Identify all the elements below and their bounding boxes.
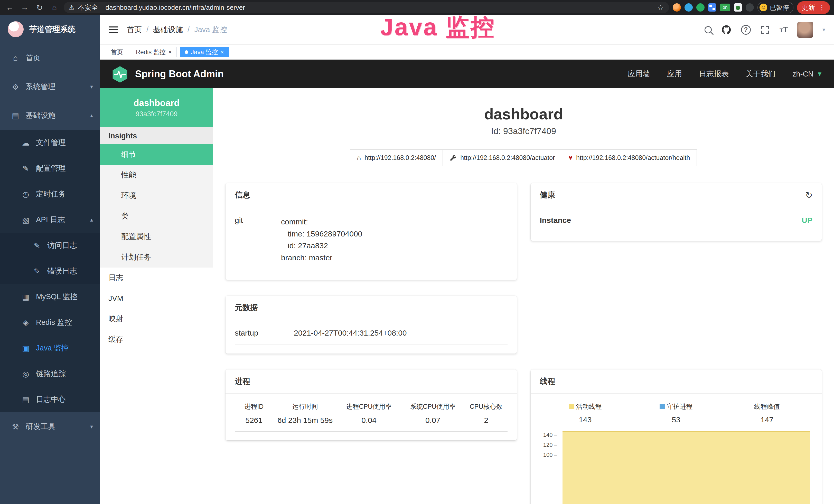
sidebar-item-trace[interactable]: ◎ 链路追踪 xyxy=(0,361,100,387)
security-label[interactable]: 不安全 xyxy=(78,3,98,12)
sidebar-item-jobs[interactable]: ◷ 定时任务 xyxy=(0,181,100,207)
info-card: 信息 git commit: time: 1596289704000 id: 2… xyxy=(225,183,517,280)
extension-icon-fox[interactable] xyxy=(673,3,681,12)
breadcrumb-home[interactable]: 首页 xyxy=(127,25,142,35)
cards-grid: 信息 git commit: time: 1596289704000 id: 2… xyxy=(213,166,834,504)
tab-label: Java 监控 xyxy=(191,48,218,56)
sidebar-item-label: Java 监控 xyxy=(36,343,69,353)
close-icon[interactable]: × xyxy=(168,49,172,55)
menu-item-scheduled-tasks[interactable]: 计划任务 xyxy=(100,247,213,268)
extension-icon-drop[interactable] xyxy=(684,3,693,12)
sidebar-item-mysql[interactable]: ▦ MySQL 监控 xyxy=(0,284,100,310)
sba-nav-about[interactable]: 关于我们 xyxy=(746,69,775,79)
extension-icon-leaf[interactable] xyxy=(734,3,742,12)
sidebar-item-home[interactable]: ⌂ 首页 xyxy=(0,44,100,72)
wrench-icon xyxy=(449,154,457,161)
bookmark-star-icon[interactable]: ☆ xyxy=(657,3,664,12)
sidebar-item-config[interactable]: ✎ 配置管理 xyxy=(0,156,100,181)
sba-nav-wallboard[interactable]: 应用墙 xyxy=(628,69,650,79)
access-log-icon: ✎ xyxy=(32,241,42,250)
github-icon[interactable] xyxy=(721,24,732,35)
sidebar-item-java[interactable]: ▣ Java 监控 xyxy=(0,335,100,361)
threads-chart: 140 120 100 xyxy=(540,433,813,504)
service-url-link[interactable]: ⌂ http://192.168.0.2:48080/ xyxy=(350,150,443,166)
sidebar-item-label: API 日志 xyxy=(36,215,65,225)
header-actions: ? TT ▾ xyxy=(705,22,825,38)
paused-badge[interactable]: ☺ 已暂停 xyxy=(758,2,793,13)
health-url-link[interactable]: ♥ http://192.168.0.2:48080/actuator/heal… xyxy=(562,150,697,166)
edit-icon: ✎ xyxy=(21,164,31,173)
url-text[interactable]: dashboard.yudao.iocoder.cn/infra/admin-s… xyxy=(106,4,245,12)
extension-icon-green[interactable] xyxy=(696,3,705,12)
search-icon[interactable] xyxy=(705,26,712,33)
extension-icon-grid[interactable] xyxy=(708,3,716,12)
sidebar-item-api-log[interactable]: ▧ API 日志 ▴ xyxy=(0,207,100,233)
fullscreen-icon[interactable] xyxy=(760,25,770,35)
tools-icon: ⚒ xyxy=(10,422,21,431)
update-button[interactable]: 更新 ⋮ xyxy=(797,1,830,14)
legend-label: 守护进程 xyxy=(631,402,722,411)
back-icon[interactable]: ← xyxy=(4,2,16,13)
menu-item-classes[interactable]: 类 xyxy=(100,206,213,226)
menu-item-details[interactable]: 细节 xyxy=(100,144,213,165)
menu-item-mappings[interactable]: 映射 xyxy=(100,308,213,329)
forward-icon[interactable]: → xyxy=(19,2,30,13)
sidebar-item-infra[interactable]: ▤ 基础设施 ▴ xyxy=(0,101,100,130)
sba-nav-applications[interactable]: 应用 xyxy=(667,69,682,79)
legend-label: 线程峰值 xyxy=(722,402,812,411)
legend-item: 线程峰值 147 xyxy=(722,402,812,424)
extension-icon-puzzle[interactable] xyxy=(746,3,754,12)
user-avatar[interactable] xyxy=(797,22,813,38)
legend-label: 活动线程 xyxy=(540,402,631,411)
menu-item-metrics[interactable]: 性能 xyxy=(100,165,213,185)
address-bar[interactable]: ⚠ 不安全 dashboard.yudao.iocoder.cn/infra/a… xyxy=(64,2,669,13)
sidebar-item-devtools[interactable]: ⚒ 研发工具 ▾ xyxy=(0,412,100,441)
instance-header: dashboard 93a3fc7f7409 xyxy=(100,88,213,127)
help-icon[interactable]: ? xyxy=(741,25,751,35)
tab-redis-monitor[interactable]: Redis 监控 × xyxy=(131,47,177,57)
sidebar-item-files[interactable]: ☁ 文件管理 xyxy=(0,130,100,156)
browser-menu-icon[interactable]: ⋮ xyxy=(818,4,825,12)
language-selector[interactable]: zh-CN ▼ xyxy=(792,70,823,78)
sidebar-item-access-log[interactable]: ✎ 访问日志 xyxy=(0,233,100,258)
actuator-url-link[interactable]: http://192.168.0.2:48080/actuator xyxy=(443,150,562,166)
history-icon[interactable]: ↺ xyxy=(805,190,813,200)
sidebar-item-redis[interactable]: ◈ Redis 监控 xyxy=(0,310,100,335)
status-badge: UP xyxy=(802,216,812,225)
breadcrumb-infra[interactable]: 基础设施 xyxy=(153,25,183,35)
sidebar-item-label: 研发工具 xyxy=(26,421,56,432)
caret-down-icon[interactable]: ▾ xyxy=(822,26,825,33)
sba-nav-journal[interactable]: 日志报表 xyxy=(699,69,729,79)
reload-icon[interactable]: ↻ xyxy=(34,2,45,13)
column-header: 进程ID xyxy=(235,402,273,416)
startup-value: 2021-04-27T00:44:31.254+08:00 xyxy=(294,329,407,337)
home-nav-icon[interactable]: ⌂ xyxy=(49,2,60,13)
collapse-sidebar-icon[interactable] xyxy=(109,26,118,33)
close-icon[interactable]: × xyxy=(220,49,224,55)
chevron-up-icon: ▴ xyxy=(90,112,93,119)
tab-bar: 首页 Redis 监控 × Java 监控 × xyxy=(100,45,834,60)
log-center-icon: ▤ xyxy=(21,395,31,404)
menu-item-jvm[interactable]: JVM xyxy=(100,288,213,308)
sidebar-item-log-center[interactable]: ▤ 日志中心 xyxy=(0,387,100,412)
menu-item-caches[interactable]: 缓存 xyxy=(100,329,213,350)
menu-item-environment[interactable]: 环境 xyxy=(100,185,213,206)
health-instance-row: Instance UP xyxy=(540,216,813,232)
cell-value: 0.04 xyxy=(337,416,401,432)
sidebar-item-system[interactable]: ⚙ 系统管理 ▾ xyxy=(0,72,100,101)
font-size-icon[interactable]: TT xyxy=(780,25,788,35)
sidebar-item-error-log[interactable]: ✎ 错误日志 xyxy=(0,258,100,284)
menu-item-logs[interactable]: 日志 xyxy=(100,268,213,288)
language-label: zh-CN xyxy=(792,70,813,78)
menu-item-config-props[interactable]: 配置属性 xyxy=(100,226,213,247)
mysql-icon: ▦ xyxy=(21,293,31,301)
sba-brand-title: Spring Boot Admin xyxy=(135,69,224,79)
legend-text: 守护进程 xyxy=(667,402,693,411)
instance-links: ⌂ http://192.168.0.2:48080/ http://192.1… xyxy=(213,150,834,166)
extension-icon-on[interactable]: on xyxy=(720,4,730,11)
git-time-line: time: 1596289704000 xyxy=(288,228,362,240)
tab-home[interactable]: 首页 xyxy=(106,47,128,57)
card-body: 活动线程 143 守护进程 53 线程峰值 xyxy=(531,394,822,504)
tab-java-monitor[interactable]: Java 监控 × xyxy=(180,47,229,57)
card-header: 信息 xyxy=(225,183,517,207)
